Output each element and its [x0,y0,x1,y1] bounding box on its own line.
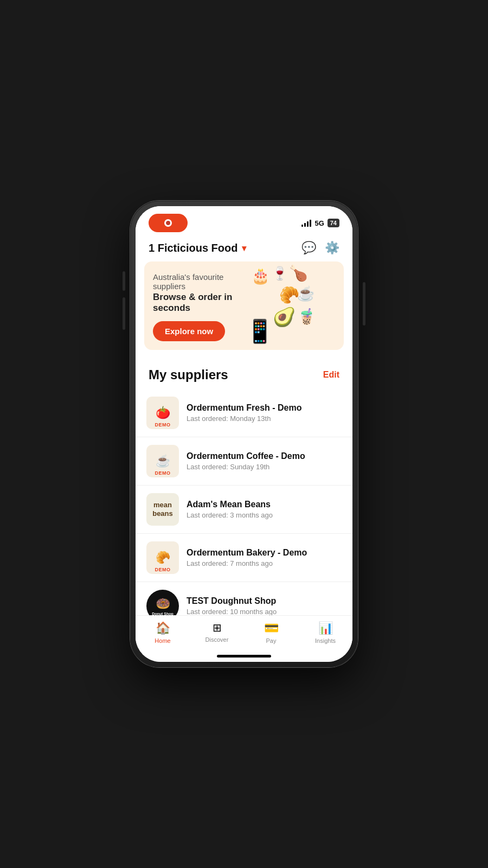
chicken-icon: 🍗 [289,264,308,282]
list-item[interactable]: ☕ DEMO Ordermentum Coffee - Demo Last or… [136,437,352,486]
cup-icon: 🧋 [297,308,316,326]
insights-icon: 📊 [318,621,333,635]
header-actions: 💬 ⚙️ [301,241,339,255]
status-bar: 5G 74 [136,206,352,237]
suppliers-title: My suppliers [149,367,228,382]
banner-subtitle: Australia's favourite suppliers [153,272,253,291]
supplier-name: Ordermentum Coffee - Demo [187,451,342,461]
camera-dot [164,219,172,227]
insights-label: Insights [315,637,336,644]
list-item[interactable]: 🥐 DEMO Ordermentum Bakery - Demo Last or… [136,534,352,582]
supplier-name: Ordermentum Bakery - Demo [187,548,342,558]
status-right: 5G 74 [301,219,339,227]
list-item[interactable]: meanbeans Adam's Mean Beans Last ordered… [136,486,352,534]
phone-frame: 5G 74 1 Ficticious Food ▾ 💬 ⚙️ [130,201,358,667]
power-button[interactable] [363,282,365,326]
coffee-logo-icon: ☕ [156,454,170,468]
coffee-icon: ☕ [297,285,314,302]
demo-badge: DEMO [146,422,179,427]
supplier-logo-bakery: 🥐 DEMO [146,541,179,574]
list-item[interactable]: 🍩 Donut Shop TEST Doughnut Shop Last ord… [136,582,352,615]
supplier-name: Adam's Mean Beans [187,500,342,509]
edit-suppliers-button[interactable]: Edit [323,370,339,380]
chevron-down-icon: ▾ [242,243,246,253]
banner-illustration: 🎂 🍷 🍗 🥐 ☕ 🥑 🧋 📱 [240,261,344,350]
business-name: 1 Ficticious Food [149,242,237,254]
signal-bars-icon [301,219,311,227]
main-scroll-area[interactable]: My suppliers Edit 🍅 DEMO Ordermentum Fre… [136,359,352,615]
supplier-name: Ordermentum Fresh - Demo [187,403,342,413]
supplier-last-ordered: Last ordered: 10 months ago [187,608,342,615]
supplier-name: TEST Doughnut Shop [187,596,342,606]
supplier-logo-doughnut: 🍩 Donut Shop [146,590,179,615]
business-selector[interactable]: 1 Ficticious Food ▾ [149,242,246,254]
cake-icon: 🎂 [251,267,270,285]
network-label: 5G [314,219,324,227]
app-header: 1 Ficticious Food ▾ 💬 ⚙️ [136,237,352,261]
home-icon: 🏠 [156,621,170,635]
discover-label: Discover [206,636,229,643]
pay-label: Pay [266,637,277,644]
supplier-list: 🍅 DEMO Ordermentum Fresh - Demo Last ord… [136,389,352,615]
volume-up-button[interactable] [123,271,125,291]
supplier-last-ordered: Last ordered: 7 months ago [187,559,342,567]
discover-icon: ⊞ [213,621,222,634]
home-indicator [217,655,271,658]
demo-badge: DEMO [146,470,179,476]
nav-home[interactable]: 🏠 Home [136,621,190,644]
nav-insights[interactable]: 📊 Insights [298,621,352,644]
nav-discover[interactable]: ⊞ Discover [190,621,244,644]
supplier-last-ordered: Last ordered: 3 months ago [187,511,342,519]
croissant-icon: 🥐 [279,285,299,304]
message-icon[interactable]: 💬 [301,241,316,255]
supplier-logo-fresh: 🍅 DEMO [146,397,179,429]
battery-indicator: 74 [328,219,339,227]
bottom-navigation: 🏠 Home ⊞ Discover 💳 Pay 📊 Insights [136,615,352,655]
avocado-icon: 🥑 [273,306,296,328]
phone-graphic-icon: 📱 [246,318,274,344]
supplier-last-ordered: Last ordered: Monday 13th [187,414,342,423]
supplier-last-ordered: Last ordered: Sunday 19th [187,463,342,471]
promo-banner: Australia's favourite suppliers Browse &… [144,261,344,350]
fresh-logo-icon: 🍅 [156,406,170,420]
screen: 5G 74 1 Ficticious Food ▾ 💬 ⚙️ [136,206,352,662]
donut-shop-label: Donut Shop [152,612,174,616]
wine-icon: 🍷 [272,266,288,281]
camera-pill [149,214,188,232]
explore-now-button[interactable]: Explore now [153,321,225,341]
meanbeans-logo-icon: meanbeans [152,501,173,518]
suppliers-header: My suppliers Edit [136,359,352,389]
bakery-logo-icon: 🥐 [156,551,170,565]
nav-pay[interactable]: 💳 Pay [244,621,298,644]
list-item[interactable]: 🍅 DEMO Ordermentum Fresh - Demo Last ord… [136,389,352,437]
settings-icon[interactable]: ⚙️ [325,241,339,255]
supplier-logo-meanbeans: meanbeans [146,493,179,526]
volume-down-button[interactable] [123,297,125,330]
banner-title: Browse & order in seconds [153,292,253,314]
supplier-logo-coffee: ☕ DEMO [146,445,179,477]
pay-icon: 💳 [264,621,279,635]
demo-badge: DEMO [146,567,179,572]
doughnut-logo-icon: 🍩 [156,597,170,611]
home-label: Home [155,637,170,644]
